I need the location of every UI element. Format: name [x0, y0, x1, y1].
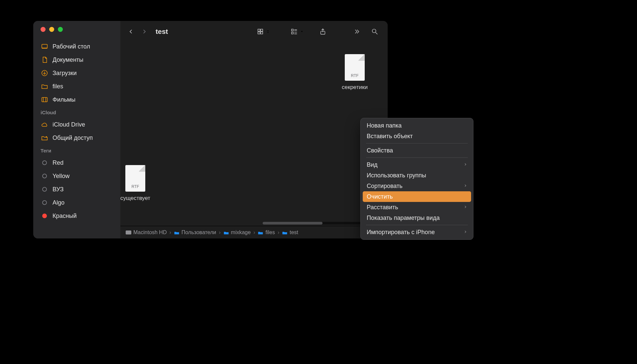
grid-icon: [257, 27, 264, 37]
file-item[interactable]: RTF секретики: [335, 54, 375, 91]
minimize-button[interactable]: [49, 27, 54, 32]
chevron-right-icon: [464, 204, 467, 211]
context-menu-label: Новая папка: [367, 122, 402, 129]
context-menu-item[interactable]: Использовать группы: [363, 170, 471, 181]
download-icon: [41, 69, 49, 77]
back-button[interactable]: [126, 26, 136, 37]
context-menu-item[interactable]: Вставить объект: [363, 131, 471, 141]
sidebar-tag-vuz[interactable]: ВУЗ: [33, 183, 120, 196]
context-menu-item[interactable]: Показать параметры вида: [363, 213, 471, 223]
svg-line-19: [376, 33, 378, 35]
context-menu-separator: [366, 225, 468, 225]
close-button[interactable]: [41, 27, 46, 32]
svg-point-18: [372, 29, 376, 33]
svg-rect-8: [261, 29, 263, 31]
folder-icon: [223, 230, 229, 235]
document-icon: [41, 56, 49, 64]
path-segment[interactable]: Пользователи ›: [174, 229, 221, 235]
context-menu-label: Расставить: [367, 204, 398, 211]
context-menu-item[interactable]: Новая папка: [363, 120, 471, 131]
sidebar-item-label: Algo: [53, 199, 64, 206]
overflow-button[interactable]: [351, 27, 362, 37]
rtf-file-icon: RTF: [345, 54, 365, 81]
file-item[interactable]: RTF существует: [120, 165, 155, 202]
sidebar-item-desktop[interactable]: Рабочий стол: [33, 40, 120, 53]
desktop-icon: [41, 43, 49, 50]
context-menu-label: Использовать группы: [367, 172, 426, 179]
folder-icon: [174, 230, 180, 235]
context-menu-label: Сортировать: [367, 183, 403, 190]
finder-window: Рабочий стол Документы Загрузки files Фи…: [33, 21, 388, 238]
context-menu-label: Вид: [367, 161, 378, 168]
path-label: files: [265, 229, 275, 235]
sidebar-item-label: Красный: [53, 213, 76, 220]
path-label: test: [290, 229, 298, 235]
path-label: Пользователи: [182, 229, 216, 235]
folder-title: test: [156, 28, 168, 36]
forward-button[interactable]: [139, 26, 150, 37]
context-menu: Новая папкаВставить объектСвойстваВидИсп…: [360, 118, 473, 240]
path-segment[interactable]: test: [282, 229, 298, 235]
context-menu-label: Вставить объект: [367, 133, 413, 140]
sidebar-tag-red[interactable]: Red: [33, 156, 120, 169]
svg-rect-9: [258, 32, 260, 34]
context-menu-label: Импортировать с iPhone: [367, 229, 435, 236]
tag-dot-icon: [41, 159, 49, 167]
shared-folder-icon: [41, 134, 49, 142]
updown-arrows-icon: [266, 30, 270, 34]
chevron-right-icon: [464, 183, 467, 190]
scrollbar-thumb[interactable]: [263, 222, 322, 225]
content-area: test: [120, 21, 388, 238]
path-segment[interactable]: files ›: [258, 229, 280, 235]
tag-dot-icon: [41, 185, 49, 193]
context-menu-item[interactable]: Расставить: [363, 202, 471, 213]
sidebar-item-shared[interactable]: Общий доступ: [33, 131, 120, 144]
context-menu-item[interactable]: Импортировать с iPhone: [363, 227, 471, 237]
path-segment[interactable]: mixkage ›: [223, 229, 256, 235]
context-menu-item[interactable]: Очистить: [363, 191, 471, 202]
svg-rect-7: [258, 29, 260, 31]
context-menu-item[interactable]: Вид: [363, 159, 471, 170]
context-menu-separator: [366, 157, 468, 158]
chevron-right-icon: [464, 229, 467, 236]
svg-rect-0: [42, 45, 48, 48]
sidebar-item-files[interactable]: files: [33, 80, 120, 93]
chevron-down-icon: [300, 30, 304, 34]
svg-rect-3: [42, 98, 48, 102]
folder-icon: [41, 82, 49, 90]
path-segment[interactable]: Macintosh HD ›: [126, 229, 172, 235]
context-menu-item[interactable]: Сортировать: [363, 181, 471, 191]
path-bar: Macintosh HD › Пользователи › mixkage ›: [120, 226, 388, 238]
sidebar-tag-yellow[interactable]: Yellow: [33, 169, 120, 183]
group-picker[interactable]: [289, 27, 304, 37]
path-label: mixkage: [231, 229, 251, 235]
traffic-lights: [33, 27, 120, 32]
sidebar-item-documents[interactable]: Документы: [33, 53, 120, 66]
sidebar-tag-krasny[interactable]: Красный: [33, 209, 120, 223]
sidebar-item-downloads[interactable]: Загрузки: [33, 66, 120, 80]
tag-dot-icon: [41, 199, 49, 207]
svg-point-6: [46, 136, 47, 137]
search-button[interactable]: [369, 27, 380, 37]
tag-dot-icon: [41, 172, 49, 180]
sidebar-item-movies[interactable]: Фильмы: [33, 93, 120, 106]
path-label: Macintosh HD: [133, 229, 167, 235]
sidebar-item-label: Yellow: [53, 173, 69, 180]
sidebar-item-label: Загрузки: [53, 70, 76, 77]
share-button[interactable]: [317, 27, 328, 37]
zoom-button[interactable]: [58, 27, 63, 32]
view-picker[interactable]: [255, 27, 270, 37]
sidebar-item-icloud-drive[interactable]: iCloud Drive: [33, 118, 120, 131]
sidebar-item-label: Рабочий стол: [53, 43, 90, 50]
sidebar-tag-algo[interactable]: Algo: [33, 196, 120, 209]
sidebar-header-tags: Теги: [33, 144, 120, 156]
context-menu-label: Показать параметры вида: [367, 215, 440, 222]
context-menu-item[interactable]: Свойства: [363, 145, 471, 156]
file-name: секретики: [335, 84, 375, 91]
group-icon: [291, 27, 298, 37]
sidebar-item-label: Документы: [53, 56, 83, 63]
context-menu-label: Очистить: [367, 193, 393, 200]
rtf-file-icon: RTF: [125, 165, 145, 192]
file-grid[interactable]: RTF секретики RTF существует: [120, 42, 388, 226]
svg-rect-12: [292, 32, 294, 34]
